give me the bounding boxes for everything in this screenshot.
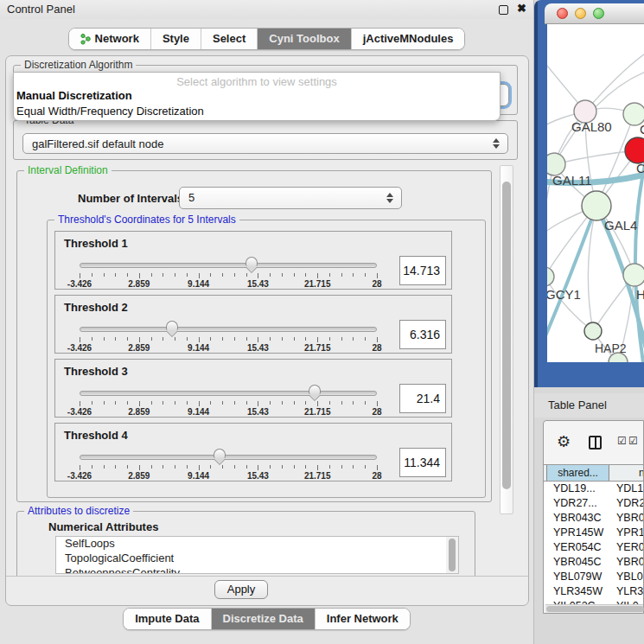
slider-tick [258, 401, 258, 406]
slider-tick [80, 401, 80, 406]
slider-tick [329, 401, 330, 405]
tab-style[interactable]: Style [150, 29, 201, 49]
tick-label: 28 [372, 407, 381, 417]
network-icon [80, 33, 91, 45]
attribute-list-item[interactable]: TopologicalCoefficient [56, 552, 446, 566]
thumb-point [309, 394, 321, 400]
slider-track[interactable] [80, 455, 377, 460]
column-header-name[interactable]: na [610, 465, 643, 481]
checked-box-icon[interactable]: ☑ [628, 435, 638, 447]
threshold-label: Threshold 2 [64, 301, 128, 314]
attributes-scrollbar[interactable] [446, 537, 458, 573]
slider-tick [139, 273, 140, 278]
float-window-icon[interactable] [499, 5, 508, 15]
tick-label: -3.426 [67, 343, 92, 353]
thumb-point [166, 330, 178, 336]
tab-network[interactable]: Network [69, 29, 150, 49]
threshold-value-field[interactable]: 6.316 [399, 320, 446, 349]
tab-discretize-data[interactable]: Discretize Data [211, 609, 315, 629]
tick-label: 28 [372, 279, 381, 289]
slider-thumb[interactable] [245, 257, 258, 272]
network-node[interactable] [582, 191, 611, 220]
slider-tick [234, 401, 235, 405]
slider-thumb[interactable] [166, 321, 178, 336]
window-title: Control Panel [7, 3, 75, 16]
group-title: Interval Definition [24, 164, 112, 176]
slider-thumb[interactable] [214, 449, 226, 464]
tab-jactivemnodules[interactable]: jActiveMNodules [351, 29, 465, 49]
thumb-point [214, 458, 226, 464]
network-node[interactable] [623, 264, 644, 286]
close-icon[interactable]: ✖ [517, 2, 526, 15]
slider-tick [210, 337, 211, 341]
slider-track[interactable] [80, 327, 377, 332]
slider-tick [317, 273, 318, 278]
slider-tick [163, 337, 163, 341]
table-row[interactable]: YBL079WYBL0 [544, 571, 643, 585]
scrollbar-thumb[interactable] [449, 539, 456, 571]
network-node[interactable] [547, 267, 554, 286]
table-row[interactable]: YBR043CYBR0 [544, 512, 643, 526]
slider-track[interactable] [80, 391, 377, 396]
algorithm-dropdown-popup: Select algorithm to view settings Manual… [13, 72, 501, 121]
slider-tick [187, 465, 188, 469]
cell-shared-name: YBR043C [553, 512, 607, 524]
cell-shared-name: YLR345W [553, 585, 607, 597]
checked-box-icon[interactable]: ☑ [617, 435, 627, 447]
slider-tick [80, 337, 80, 342]
tab-infer-network[interactable]: Infer Network [315, 609, 410, 629]
control-panel-titlebar: Control Panel ✖ [0, 0, 533, 19]
tick-label: 9.144 [188, 343, 209, 353]
tick-label: 28 [372, 343, 381, 353]
attribute-list-item[interactable]: BetweennessCentrality [56, 566, 446, 574]
scrollbar-thumb[interactable] [546, 606, 644, 612]
table-header: shared... na [544, 464, 643, 481]
table-row[interactable]: YER054CYER0 [544, 541, 643, 556]
table-row[interactable]: YPR145WYPR1 [544, 526, 643, 541]
top-tabgroup: Network Style Select Cyni Toolbox jActiv… [68, 28, 466, 50]
threshold-value-field[interactable]: 21.4 [399, 384, 446, 413]
table-hscrollbar[interactable] [545, 604, 643, 613]
close-traffic-light[interactable] [557, 8, 568, 19]
stepper-icon [493, 138, 500, 149]
scrollbar-thumb[interactable] [502, 182, 511, 489]
apply-button[interactable]: Apply [214, 580, 268, 599]
table-panel-title: Table Panel [548, 399, 607, 411]
threshold-label: Threshold 3 [64, 365, 128, 378]
network-node[interactable] [584, 322, 602, 340]
network-node[interactable] [625, 137, 644, 163]
threshold-value-field[interactable]: 14.713 [399, 256, 446, 285]
threshold-value-field[interactable]: 11.344 [399, 448, 446, 477]
attribute-list-item[interactable]: SelfLoops [56, 537, 446, 552]
slider-tick [104, 337, 105, 341]
minimize-traffic-light[interactable] [575, 8, 586, 19]
settings-scrollbar[interactable] [500, 165, 513, 514]
num-intervals-combobox[interactable]: 5 [179, 187, 402, 209]
slider-thumb[interactable] [309, 385, 321, 400]
cell-shared-name: YDR27... [553, 497, 607, 509]
zoom-traffic-light[interactable] [593, 8, 604, 19]
tab-select[interactable]: Select [201, 29, 257, 49]
table-row[interactable]: YDR27...YDR2 [544, 497, 643, 512]
slider-track[interactable] [80, 263, 377, 268]
network-canvas[interactable]: GAL80GCGAL11GAL4GCY1HHAP2 [547, 24, 644, 362]
tab-cyni-toolbox[interactable]: Cyni Toolbox [257, 29, 350, 49]
column-header-shared[interactable]: shared... [546, 465, 609, 481]
slider-tick [282, 465, 283, 469]
slider-tick [317, 401, 318, 406]
slider-tick [139, 465, 140, 470]
table-row[interactable]: YLR345WYLR3 [544, 585, 643, 600]
dropdown-option-manual[interactable]: Manual Discretization [14, 89, 500, 105]
column-split-icon[interactable] [589, 436, 602, 450]
cell-shared-name: YDL19... [553, 482, 607, 494]
dropdown-option-equal-width[interactable]: Equal Width/Frequency Discretization [14, 105, 500, 120]
node-label: HAP2 [595, 341, 627, 355]
tab-impute-data[interactable]: Impute Data [124, 609, 210, 629]
table-row[interactable]: YDL19...YDL1 [544, 482, 643, 497]
settings-gear-icon[interactable]: ⚙ [557, 432, 571, 451]
slider-tick [258, 273, 258, 278]
tick-label: 21.715 [304, 471, 331, 481]
table-data-combobox[interactable]: galFiltered.sif default node [22, 133, 508, 154]
slider-tick [341, 337, 342, 341]
table-row[interactable]: YBR045CYBR0 [544, 556, 643, 571]
